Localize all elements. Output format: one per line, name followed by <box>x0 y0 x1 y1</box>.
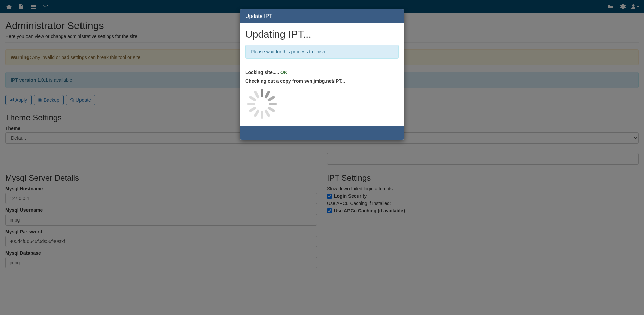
modal-log: Locking site..... OK Checking out a copy… <box>245 70 399 121</box>
spinner-icon <box>245 87 279 121</box>
modal-divider <box>245 65 399 65</box>
modal-title: Update IPT <box>240 9 404 23</box>
log-line-2: Checking out a copy from svn.jmbg.net/IP… <box>245 78 399 84</box>
log1-ok: OK <box>280 70 287 75</box>
svg-line-1 <box>266 92 269 97</box>
svg-line-10 <box>250 97 255 100</box>
modal-wait-msg: Please wait for this process to finish. <box>245 45 399 59</box>
svg-line-7 <box>255 111 258 116</box>
modal-heading: Updating IPT... <box>245 28 399 40</box>
update-modal: Update IPT Updating IPT... Please wait f… <box>240 9 404 140</box>
svg-line-5 <box>266 111 269 116</box>
svg-line-11 <box>255 92 258 97</box>
svg-line-2 <box>269 97 274 100</box>
modal-body: Updating IPT... Please wait for this pro… <box>240 23 404 126</box>
svg-line-4 <box>269 108 274 111</box>
log1-prefix: Locking site..... <box>245 70 280 75</box>
log-line-1: Locking site..... OK <box>245 70 399 75</box>
modal-footer <box>240 126 404 140</box>
svg-line-8 <box>250 108 255 111</box>
